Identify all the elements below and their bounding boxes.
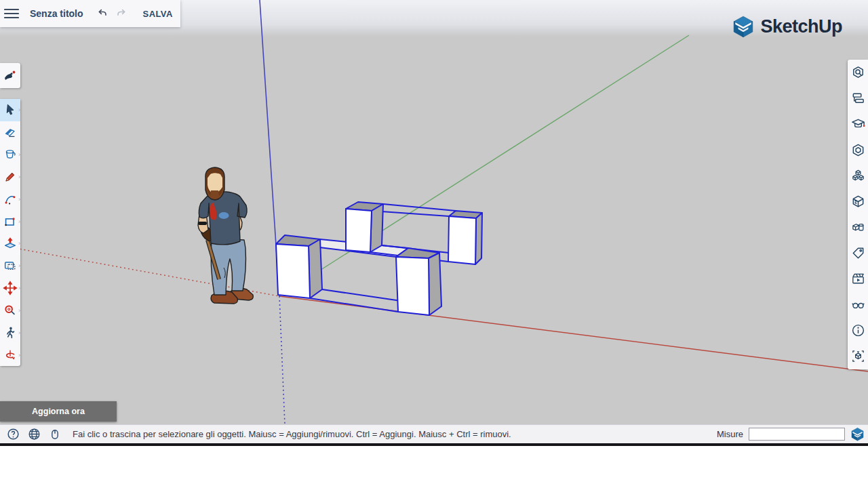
rotate-tool[interactable]: › — [0, 344, 20, 366]
paint-bucket-icon — [3, 147, 18, 162]
document-toolbar: Senza titolo SALVA — [0, 0, 180, 27]
sketchup-web-app: SketchUp Senza titolo — [0, 0, 868, 488]
offset-tool[interactable]: › — [0, 255, 20, 277]
fly-tool-card — [0, 63, 20, 88]
move-tool[interactable]: › — [0, 277, 20, 300]
scenes-button[interactable] — [850, 271, 866, 287]
tape-measure-icon — [3, 303, 18, 318]
tool-palette: › › — [0, 99, 20, 366]
push-pull-tool[interactable]: › — [0, 232, 20, 255]
model-info-button[interactable] — [850, 323, 866, 339]
components-button[interactable] — [850, 167, 866, 184]
components-icon — [850, 168, 866, 184]
help-icon — [6, 427, 20, 441]
selected-geometry[interactable] — [276, 202, 482, 315]
select-tool[interactable]: › — [0, 99, 20, 121]
outliner-button[interactable] — [850, 90, 866, 106]
fly-through-icon — [2, 68, 18, 84]
materials-button[interactable] — [850, 142, 866, 158]
two-point-arc-icon — [3, 192, 18, 207]
push-pull-icon — [3, 236, 18, 251]
rotate-icon — [3, 348, 18, 363]
redo-icon — [115, 7, 128, 20]
styles-icon — [850, 194, 866, 209]
mouse-controls-button[interactable] — [47, 426, 63, 443]
pencil-tool[interactable]: › — [0, 165, 20, 188]
model-scene — [0, 0, 868, 424]
measurements-label: Misure — [717, 429, 743, 439]
panel-rail — [848, 60, 868, 369]
fly-through-tool[interactable] — [0, 66, 20, 86]
letterbox-area — [0, 446, 868, 488]
arc-tool[interactable]: › — [0, 188, 20, 210]
walk-tool[interactable]: › — [0, 321, 20, 344]
hamburger-icon — [4, 8, 19, 19]
undo-icon — [96, 7, 109, 20]
drawing-axes — [0, 0, 868, 424]
sketchup-mini-logo-icon — [850, 427, 865, 441]
help-button[interactable] — [5, 426, 21, 443]
sketchup-logo-icon — [732, 15, 755, 38]
paint-bucket-tool[interactable]: › — [0, 144, 20, 166]
measurements-input[interactable] — [749, 428, 845, 441]
eraser-icon — [3, 125, 18, 140]
globe-icon — [27, 427, 41, 441]
sketchup-brand: SketchUp — [732, 15, 842, 38]
solid-tools-icon — [850, 220, 866, 235]
eraser-tool[interactable] — [0, 121, 20, 144]
undo-button[interactable] — [93, 0, 112, 27]
move-icon — [3, 281, 18, 296]
brand-name: SketchUp — [760, 16, 842, 37]
redo-button[interactable] — [112, 0, 131, 27]
tape-measure-tool[interactable]: › — [0, 299, 20, 321]
instructor-icon — [850, 117, 866, 132]
display-glasses-icon — [850, 297, 866, 312]
materials-icon — [850, 142, 866, 158]
pencil-icon — [3, 169, 18, 184]
search-model-icon — [850, 65, 866, 81]
3d-viewport[interactable]: SketchUp Senza titolo — [0, 0, 868, 424]
search-model-button[interactable] — [850, 64, 866, 81]
styles-button[interactable] — [850, 193, 866, 209]
outliner-icon — [850, 91, 866, 106]
status-bar: Fai clic o trascina per selezionare gli … — [0, 424, 868, 443]
solid-tools-button[interactable] — [850, 219, 866, 235]
update-now-button[interactable]: Aggiorna ora — [0, 401, 117, 422]
tool-hint-text: Fai clic o trascina per selezionare gli … — [73, 429, 511, 439]
offset-icon — [3, 258, 18, 273]
instructor-button[interactable] — [850, 116, 866, 132]
rectangle-tool[interactable]: › — [0, 210, 20, 232]
rectangle-icon — [3, 214, 18, 229]
save-button[interactable]: SALVA — [139, 6, 177, 22]
scenes-icon — [850, 271, 866, 287]
hamburger-menu-button[interactable] — [0, 0, 23, 27]
language-button[interactable] — [26, 426, 42, 443]
mouse-icon — [48, 428, 62, 441]
select-cursor-icon — [3, 102, 18, 117]
scale-figure — [198, 167, 253, 304]
views-button[interactable] — [850, 348, 866, 365]
tags-button[interactable] — [850, 245, 866, 262]
walk-icon — [3, 325, 18, 340]
document-title: Senza titolo — [30, 8, 83, 19]
views-icon — [850, 348, 866, 364]
info-icon — [850, 323, 866, 338]
display-button[interactable] — [850, 297, 866, 313]
tags-icon — [850, 245, 866, 261]
